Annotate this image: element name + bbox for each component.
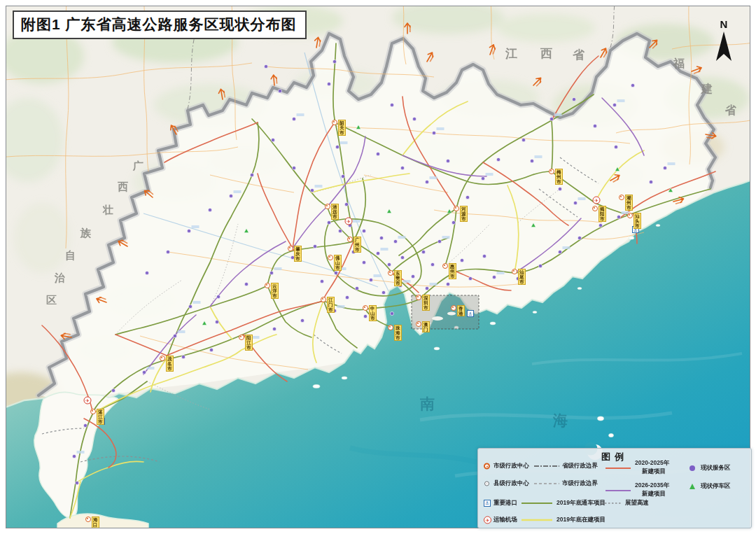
service-area-name-chip (398, 236, 406, 239)
province-label-char: 省 (724, 104, 736, 116)
service-area-dot (400, 166, 404, 169)
port-icon: ⚓ (484, 500, 491, 507)
province-label-char: 区 (46, 294, 57, 306)
service-area-dot (530, 159, 533, 162)
province-label-char: 建 (701, 83, 713, 94)
service-area-dot (400, 255, 404, 259)
service-area-dot (187, 229, 190, 232)
service-area-name-chip (535, 155, 542, 158)
service-area-name-chip (437, 127, 444, 130)
service-area-dot (338, 229, 342, 232)
service-area-name-chip (668, 162, 676, 165)
service-area-dot (421, 250, 425, 253)
new-2020-swatch (606, 466, 631, 470)
service-area-dot (188, 304, 192, 308)
service-area-dot (344, 202, 348, 206)
service-area-dot (310, 188, 314, 192)
service-area-name-chip (193, 301, 201, 304)
port-marker: ⚓ (468, 311, 474, 317)
service-area-name-chip (147, 367, 155, 370)
service-area-dot (558, 187, 561, 190)
service-area-name-chip (332, 217, 340, 220)
service-area-dot (335, 145, 339, 148)
county-center-icon (484, 482, 489, 486)
new-2026-swatch (606, 489, 631, 493)
service-area-dot (387, 262, 391, 266)
legend-label: 展望高速 (625, 499, 649, 507)
legend-label: 新建项目 (642, 490, 666, 498)
service-area-dot (345, 295, 349, 299)
service-area-dot (412, 117, 416, 120)
service-area-dot (398, 283, 402, 287)
service-area-dot (446, 282, 449, 286)
anchor-glyph: ⚓ (468, 311, 472, 316)
service-area-dot (111, 388, 115, 392)
service-area-dot (496, 157, 500, 161)
service-area-dot (492, 275, 496, 279)
service-area-dot (598, 223, 602, 227)
legend: 图例 市级行政中心 县级行政中心 ⚓ 重要港口 ✈ 运输机场 省级行政边界 市级… (477, 448, 752, 528)
service-area-dot (460, 258, 463, 262)
service-area-dot (538, 264, 542, 267)
map-title: 附图1 广东省高速公路服务区现状分布图 (13, 10, 307, 39)
service-area-dot (516, 276, 519, 280)
service-area-dot (446, 159, 449, 162)
service-area-dot (300, 318, 304, 322)
service-area-dot (334, 271, 337, 274)
service-area-dot (573, 201, 577, 204)
legend-label: 新建项目 (642, 468, 666, 476)
service-area-name-chip (192, 225, 200, 228)
service-area-name-chip (353, 220, 360, 223)
service-area-dot (181, 355, 185, 358)
plane-glyph: ✈ (85, 398, 90, 403)
service-area-dot (327, 82, 330, 85)
service-area-dot (313, 244, 316, 248)
north-arrow-icon (715, 30, 733, 64)
service-area-dot (390, 103, 393, 106)
north-label: N (708, 18, 739, 30)
legend-label: 2019年底在建项目 (556, 516, 606, 524)
service-area-name-chip (403, 280, 411, 283)
service-area-dot (362, 229, 365, 232)
service-area-dot (83, 423, 87, 427)
legend-label: 县级行政中心 (493, 479, 529, 488)
service-area-dot (612, 103, 616, 106)
service-area-dot (593, 124, 596, 127)
service-area-name-chip (622, 211, 629, 214)
service-area-dot (617, 215, 620, 218)
province-label-char: 西 (118, 181, 128, 192)
legend-label: 2026-2035年 (635, 482, 669, 490)
service-area-dot (142, 370, 146, 374)
service-area-dot (271, 138, 274, 141)
arrow-caption-chip (410, 25, 411, 32)
service-area-dot (432, 131, 435, 134)
legend-label: 运输机场 (493, 516, 517, 524)
service-area-dot (468, 276, 472, 280)
service-area-name-chip (578, 197, 586, 200)
service-area-dot (209, 348, 213, 351)
port-marker: ⚓ (633, 227, 639, 233)
provincial-boundary-swatch (534, 464, 559, 468)
province-label-char: 福 (673, 57, 685, 69)
service-area-name-chip (442, 236, 450, 239)
legend-label: 重要港口 (493, 499, 517, 507)
service-area-dot (327, 220, 330, 224)
service-area-dot (75, 481, 78, 484)
service-area-name-chip (563, 246, 570, 249)
service-area-dot (522, 138, 525, 141)
service-area-dot (376, 251, 379, 255)
service-area-name-chip (274, 267, 282, 270)
plane-glyph: ✈ (346, 219, 351, 224)
airport-marker: ✈ (345, 218, 352, 225)
service-area-dot (272, 327, 276, 330)
airport-marker: ✈ (84, 397, 91, 404)
service-area-dot (229, 194, 232, 197)
service-area-dot (166, 250, 169, 253)
service-area-dot (430, 262, 434, 266)
service-area-dot (572, 97, 575, 101)
service-area-dot (631, 83, 634, 87)
province-label-char: 西 (540, 47, 552, 60)
legend-label: 2020-2025年 (635, 459, 669, 468)
construction-2019-swatch (522, 518, 552, 522)
service-area-icon (690, 465, 695, 471)
